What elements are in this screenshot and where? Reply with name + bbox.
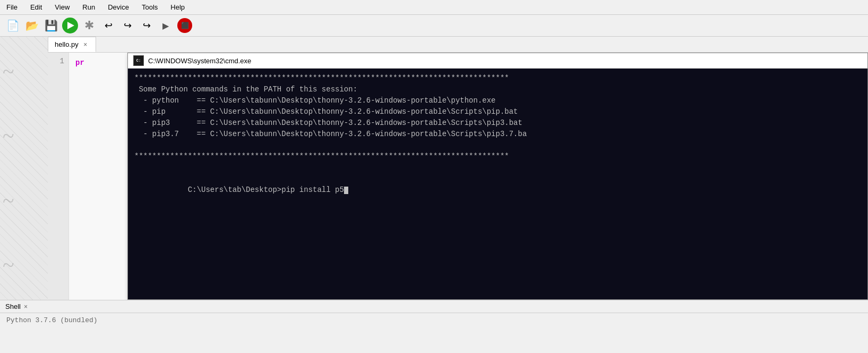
menu-run[interactable]: Run: [80, 2, 97, 12]
cmd-content[interactable]: ****************************************…: [128, 69, 867, 299]
cmd-window[interactable]: C:\WINDOWS\system32\cmd.exe ************…: [127, 53, 868, 300]
save-file-icon: [45, 19, 58, 32]
cmd-line-pip: - pip == C:\Users\tabunn\Desktop\thonny-…: [134, 106, 861, 117]
step-over-button[interactable]: ↩: [100, 17, 117, 34]
squiggle-1: ~: [3, 59, 45, 84]
tab-hello-py[interactable]: hello.py ×: [48, 37, 96, 52]
new-file-icon: [6, 19, 20, 32]
left-sidebar: ~ ~ ~ ~: [0, 37, 48, 300]
new-file-button[interactable]: [4, 17, 21, 34]
squiggle-4: ~: [3, 253, 45, 278]
menu-tools[interactable]: Tools: [140, 2, 160, 12]
python-version-status: Python 3.7.6 (bundled): [6, 316, 98, 324]
code-keyword-pr: pr: [75, 58, 84, 67]
bottom-panel: Shell × Python 3.7.6 (bundled): [0, 300, 868, 353]
tab-hello-py-close[interactable]: ×: [82, 41, 89, 48]
step-into-button[interactable]: ↪: [119, 17, 136, 34]
open-file-icon: [25, 19, 39, 32]
bottom-tab-shell[interactable]: Shell ×: [0, 300, 33, 313]
squiggle-3: ~: [3, 188, 45, 213]
cmd-line-stars-top: ****************************************…: [134, 73, 861, 84]
cmd-prompt-text: C:\Users\tab\Desktop>pip install p5: [188, 186, 344, 194]
line-number-1: 1: [52, 57, 64, 65]
resume-button[interactable]: ▶: [157, 17, 174, 34]
cmd-window-icon: [133, 55, 144, 66]
cmd-line-pip3: - pip3 == C:\Users\tabunn\Desktop\thonny…: [134, 117, 861, 129]
run-button[interactable]: [62, 17, 79, 34]
menu-edit[interactable]: Edit: [28, 2, 44, 12]
stop-icon: [177, 18, 192, 33]
run-icon: [62, 18, 78, 33]
cmd-line-pip37: - pip3.7 == C:\Users\tabunn\Desktop\thon…: [134, 129, 861, 140]
toolbar: ✱ ↩ ↪ ↩ ▶: [0, 15, 868, 37]
tab-hello-py-label: hello.py: [55, 40, 79, 48]
stop-button[interactable]: [176, 17, 193, 34]
menu-help[interactable]: Help: [168, 2, 187, 12]
editor-area: hello.py × 1 pr C:\WINDOWS\system32\cmd.…: [48, 37, 868, 300]
cmd-line-stars-bottom: ****************************************…: [134, 151, 861, 162]
bottom-tabs: Shell ×: [0, 300, 868, 313]
squiggle-2: ~: [3, 123, 45, 148]
cmd-line-empty1: [134, 140, 861, 151]
shell-tab-label: Shell: [5, 302, 21, 310]
cmd-title: C:\WINDOWS\system32\cmd.exe: [148, 57, 251, 65]
editor-tabs: hello.py ×: [48, 37, 868, 53]
cmd-line-empty2: [134, 162, 861, 173]
code-editor: 1 pr C:\WINDOWS\system32\cmd.exe *******…: [48, 53, 868, 300]
menu-view[interactable]: View: [53, 2, 72, 12]
shell-tab-close[interactable]: ×: [24, 303, 28, 310]
cmd-line-python: - python == C:\Users\tabunn\Desktop\thon…: [134, 95, 861, 106]
menu-file[interactable]: File: [4, 2, 20, 12]
cmd-line-info: Some Python commands in the PATH of this…: [134, 84, 861, 95]
save-file-button[interactable]: [42, 17, 59, 34]
cmd-cursor: [344, 187, 348, 194]
debug-button[interactable]: ✱: [81, 17, 98, 34]
squiggles: ~ ~ ~ ~: [3, 37, 45, 300]
line-numbers: 1: [48, 53, 69, 300]
open-file-button[interactable]: [23, 17, 40, 34]
step-out-button[interactable]: ↩: [138, 17, 155, 34]
bottom-panel-content: Python 3.7.6 (bundled): [0, 313, 868, 353]
cmd-line-prompt: C:\Users\tab\Desktop>pip install p5: [134, 173, 861, 207]
menu-device[interactable]: Device: [106, 2, 131, 12]
menubar: File Edit View Run Device Tools Help: [0, 0, 868, 15]
cmd-titlebar: C:\WINDOWS\system32\cmd.exe: [128, 53, 867, 69]
main-content: ~ ~ ~ ~ hello.py × 1 pr: [0, 37, 868, 300]
